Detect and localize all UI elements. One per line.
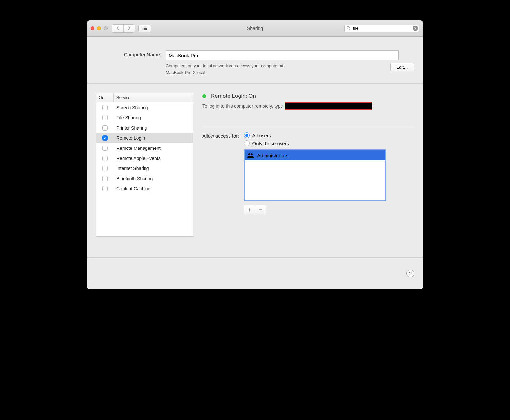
svg-point-14	[248, 153, 250, 155]
service-table: On Service Screen SharingFile SharingPri…	[96, 93, 193, 237]
service-checkbox[interactable]	[102, 115, 108, 120]
sharing-window: Sharing Computer Name: Computers on your…	[87, 20, 423, 289]
check-icon	[103, 136, 107, 140]
show-all-button[interactable]	[138, 25, 151, 32]
svg-point-9	[144, 29, 145, 30]
service-checkbox[interactable]	[102, 156, 108, 161]
radio-only-users-label: Only these users:	[252, 141, 291, 146]
radio-only-users[interactable]: Only these users:	[244, 140, 386, 146]
radio-icon	[244, 132, 250, 138]
help-button[interactable]: ?	[406, 270, 414, 277]
header-service[interactable]: Service	[114, 93, 193, 102]
svg-point-8	[143, 29, 144, 30]
service-label: Remote Management	[114, 146, 193, 151]
service-row[interactable]: Remote Management	[96, 143, 193, 153]
service-row[interactable]: Bluetooth Sharing	[96, 173, 193, 184]
service-row[interactable]: File Sharing	[96, 113, 193, 123]
svg-point-3	[146, 26, 147, 27]
service-checkbox[interactable]	[102, 186, 108, 191]
users-icon	[247, 153, 254, 158]
service-label: Printer Sharing	[114, 125, 193, 131]
computer-name-label: Computer Name:	[96, 50, 161, 57]
minus-icon: −	[259, 206, 262, 213]
svg-point-2	[145, 26, 146, 27]
grid-icon	[142, 26, 147, 30]
header-on[interactable]: On	[96, 93, 114, 102]
computer-name-input[interactable]	[166, 50, 399, 60]
service-row[interactable]: Internet Sharing	[96, 163, 193, 173]
close-icon	[414, 27, 417, 30]
service-row[interactable]: Remote Login	[96, 133, 193, 143]
service-label: File Sharing	[114, 115, 193, 120]
service-label: Content Caching	[114, 186, 193, 191]
svg-point-6	[145, 28, 146, 29]
service-label: Internet Sharing	[114, 166, 193, 171]
service-checkbox[interactable]	[102, 125, 108, 131]
radio-all-users[interactable]: All users	[244, 132, 386, 138]
svg-point-12	[347, 26, 349, 29]
status-title: Remote Login: On	[211, 93, 256, 99]
service-detail: Remote Login: On To log in to this compu…	[202, 93, 414, 252]
computer-name-help-line1: Computers on your local network can acce…	[166, 63, 284, 68]
svg-point-10	[145, 29, 146, 30]
login-prefix: To log in to this computer remotely, typ…	[202, 103, 283, 109]
status-indicator-icon	[202, 94, 206, 98]
service-table-header: On Service	[96, 93, 193, 102]
login-instruction: To log in to this computer remotely, typ…	[202, 102, 414, 110]
user-list-item[interactable]: Administrators	[245, 150, 385, 160]
svg-point-0	[143, 26, 144, 27]
user-list[interactable]: Administrators	[244, 149, 386, 201]
plus-icon: ＋	[246, 206, 252, 214]
window-controls	[91, 26, 108, 30]
chevron-right-icon	[128, 26, 131, 30]
service-row[interactable]: Screen Sharing	[96, 102, 193, 113]
footer: ?	[87, 258, 423, 289]
zoom-window-button[interactable]	[104, 26, 108, 30]
service-checkbox[interactable]	[102, 166, 108, 171]
radio-icon	[244, 140, 250, 146]
chevron-left-icon	[116, 26, 119, 30]
minimize-window-button[interactable]	[97, 26, 101, 30]
computer-name-help: Computers on your local network can acce…	[166, 63, 349, 76]
service-label: Screen Sharing	[114, 105, 193, 110]
titlebar: Sharing	[87, 20, 423, 37]
redacted-ssh-command	[285, 102, 372, 110]
service-row[interactable]: Content Caching	[96, 184, 193, 194]
service-checkbox[interactable]	[102, 105, 108, 110]
service-row[interactable]: Remote Apple Events	[96, 153, 193, 163]
svg-point-15	[251, 153, 253, 155]
svg-point-1	[144, 26, 145, 27]
svg-point-7	[146, 28, 147, 29]
back-button[interactable]	[112, 25, 124, 32]
main-content: On Service Screen SharingFile SharingPri…	[87, 84, 423, 258]
access-options: All users Only these users:	[244, 132, 386, 214]
close-window-button[interactable]	[91, 26, 94, 30]
nav-back-forward	[112, 24, 135, 33]
service-checkbox[interactable]	[102, 135, 108, 141]
remove-user-button[interactable]: −	[255, 205, 266, 214]
clear-search-button[interactable]	[413, 26, 418, 31]
search-icon	[346, 26, 351, 31]
svg-point-5	[144, 28, 145, 29]
service-row[interactable]: Printer Sharing	[96, 123, 193, 133]
help-icon: ?	[409, 271, 412, 276]
status-row: Remote Login: On	[202, 93, 414, 99]
access-label: Allow access for:	[202, 132, 239, 139]
service-label: Remote Login	[114, 135, 193, 141]
svg-point-4	[143, 28, 144, 29]
radio-all-users-label: All users	[252, 133, 271, 138]
user-list-controls: ＋ −	[244, 205, 386, 214]
service-checkbox[interactable]	[102, 176, 108, 181]
computer-name-section: Computer Name: Computers on your local n…	[87, 37, 423, 84]
service-label: Bluetooth Sharing	[114, 176, 193, 181]
search-field-container	[344, 25, 419, 32]
svg-point-11	[146, 29, 147, 30]
forward-button[interactable]	[124, 25, 135, 32]
add-user-button[interactable]: ＋	[244, 205, 255, 214]
service-table-body: Screen SharingFile SharingPrinter Sharin…	[96, 102, 193, 236]
service-checkbox[interactable]	[102, 146, 108, 151]
edit-hostname-button[interactable]: Edit…	[390, 63, 414, 71]
separator	[202, 126, 414, 126]
svg-line-13	[349, 29, 350, 30]
search-input[interactable]	[344, 25, 419, 32]
